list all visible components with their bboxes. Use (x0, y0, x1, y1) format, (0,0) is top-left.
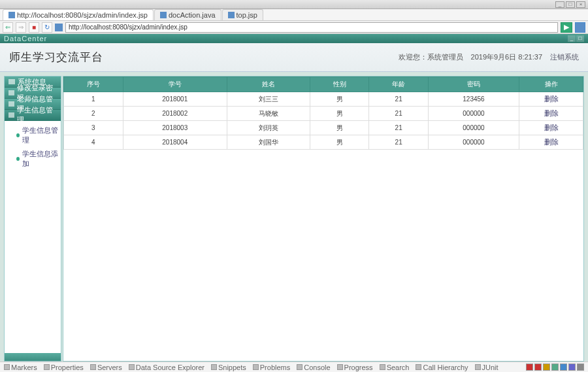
view-label: Markers (11, 364, 37, 371)
delete-link[interactable]: 删除 (544, 109, 559, 117)
status-view-markers[interactable]: Markers (4, 364, 37, 371)
inner-maximize[interactable]: □ (576, 35, 584, 42)
cell-pwd: 000000 (428, 121, 519, 135)
tab-docaction[interactable]: docAction.java (154, 9, 221, 20)
status-view-junit[interactable]: JUnit (475, 364, 498, 371)
close-button[interactable]: × (576, 1, 585, 8)
status-indicator[interactable] (568, 364, 576, 371)
table-row: 22018002马晓敏男21000000删除 (64, 107, 583, 121)
view-icon (4, 364, 10, 370)
folder-icon (8, 90, 14, 95)
subitem-label: 学生信息管理 (22, 126, 58, 145)
cell-idx: 1 (64, 92, 123, 107)
page-icon (55, 24, 63, 31)
table-header-row: 序号 学号 姓名 性别 年龄 密码 操作 (64, 77, 583, 92)
view-label: Properties (51, 364, 84, 371)
editor-tabstrip: http://localhost:8080/sjzx/admin/index.j… (0, 9, 588, 21)
status-color-boxes (526, 364, 584, 371)
status-indicator[interactable] (551, 364, 559, 371)
go-button[interactable]: ▶ (561, 22, 572, 33)
app-inner-titlebar: DataCenter _ □ (0, 34, 588, 43)
address-bar-row: ⇐ ⇒ ■ ↻ ▶ (0, 21, 588, 34)
url-input[interactable] (65, 22, 558, 33)
subitem-student-add[interactable]: 学生信息添加 (5, 147, 61, 171)
back-button[interactable]: ⇐ (3, 22, 13, 33)
banner: 师生学习交流平台 欢迎您：系统管理员 2019年9月6日 8:21:37 注销系… (0, 43, 588, 72)
sidebar-footer (5, 353, 61, 361)
view-label: JUnit (482, 364, 498, 371)
folder-icon (8, 112, 14, 118)
sidebar-submenu: 学生信息管理 学生信息添加 (5, 121, 61, 173)
jsp-icon (228, 12, 235, 18)
folder-icon (8, 101, 14, 107)
cell-pwd: 000000 (428, 135, 519, 150)
inner-minimize[interactable]: _ (568, 35, 576, 42)
sidebar: 系统信息 修改登录密码 老师信息管理 学生信息管理 学生信息管理 学生信息添加 (4, 76, 61, 362)
folder-icon (8, 79, 15, 84)
tab-label: http://localhost:8080/sjzx/admin/index.j… (17, 11, 148, 19)
cell-age: 21 (369, 92, 429, 107)
status-indicator[interactable] (543, 364, 550, 371)
stop-button[interactable]: ■ (29, 22, 39, 33)
tab-label: top.jsp (237, 11, 257, 19)
delete-link[interactable]: 删除 (544, 138, 559, 146)
cell-op: 删除 (519, 107, 583, 121)
view-label: Snippets (218, 364, 246, 371)
view-icon (416, 364, 421, 370)
status-indicator[interactable] (577, 364, 584, 371)
globe-icon (8, 12, 15, 18)
status-views: MarkersPropertiesServersData Source Expl… (4, 364, 498, 371)
view-icon (297, 364, 302, 370)
maximize-button[interactable]: □ (566, 1, 575, 8)
status-indicator[interactable] (534, 364, 542, 371)
th-age: 年龄 (369, 77, 429, 92)
status-view-call-hierarchy[interactable]: Call Hierarchy (416, 364, 468, 371)
subitem-label: 学生信息添加 (22, 149, 58, 169)
status-view-servers[interactable]: Servers (90, 364, 122, 371)
status-view-problems[interactable]: Problems (253, 364, 290, 371)
view-icon (211, 364, 217, 370)
cell-sex: 男 (310, 135, 369, 150)
delete-link[interactable]: 删除 (544, 95, 559, 103)
cell-idx: 4 (64, 135, 123, 150)
cell-age: 21 (369, 121, 429, 135)
view-label: Problems (260, 364, 290, 371)
forward-button[interactable]: ⇒ (16, 22, 26, 33)
sidebar-item-student-manage[interactable]: 学生信息管理 (5, 110, 61, 121)
view-icon (253, 364, 259, 370)
browser-tool-button[interactable] (575, 22, 585, 33)
view-icon (44, 364, 50, 370)
status-view-properties[interactable]: Properties (44, 364, 84, 371)
view-icon (475, 364, 481, 370)
cell-sex: 男 (310, 92, 369, 107)
status-indicator[interactable] (560, 364, 567, 371)
cell-op: 删除 (519, 92, 583, 107)
status-view-data-source-explorer[interactable]: Data Source Explorer (129, 364, 204, 371)
table-row: 32018003刘玥英男21000000删除 (64, 121, 583, 135)
status-view-snippets[interactable]: Snippets (211, 364, 246, 371)
logout-link[interactable]: 注销系统 (550, 52, 579, 62)
cell-sex: 男 (310, 107, 369, 121)
ide-status-bar: MarkersPropertiesServersData Source Expl… (0, 362, 588, 372)
datetime-text: 2019年9月6日 8:21:37 (471, 52, 542, 62)
refresh-button[interactable]: ↻ (42, 22, 52, 33)
tab-index-jsp[interactable]: http://localhost:8080/sjzx/admin/index.j… (3, 9, 154, 20)
status-view-progress[interactable]: Progress (337, 364, 373, 371)
view-label: Servers (97, 364, 122, 371)
status-indicator[interactable] (526, 364, 533, 371)
status-view-search[interactable]: Search (380, 364, 410, 371)
user-info: 欢迎您：系统管理员 2019年9月6日 8:21:37 注销系统 (399, 52, 579, 62)
welcome-text: 欢迎您：系统管理员 (399, 52, 463, 62)
subitem-student-list[interactable]: 学生信息管理 (5, 124, 61, 147)
minimize-button[interactable]: _ (555, 1, 564, 8)
cell-age: 21 (369, 135, 429, 150)
table-row: 12018001刘三三男21123456删除 (64, 92, 583, 107)
status-view-console[interactable]: Console (297, 364, 330, 371)
student-table: 序号 学号 姓名 性别 年龄 密码 操作 12018001刘三三男2112345… (63, 76, 583, 150)
tab-topjsp[interactable]: top.jsp (222, 9, 263, 20)
delete-link[interactable]: 删除 (544, 124, 559, 131)
view-label: Call Hierarchy (423, 364, 468, 371)
cell-age: 21 (369, 107, 429, 121)
view-label: Data Source Explorer (136, 364, 204, 371)
th-pwd: 密码 (428, 77, 519, 92)
